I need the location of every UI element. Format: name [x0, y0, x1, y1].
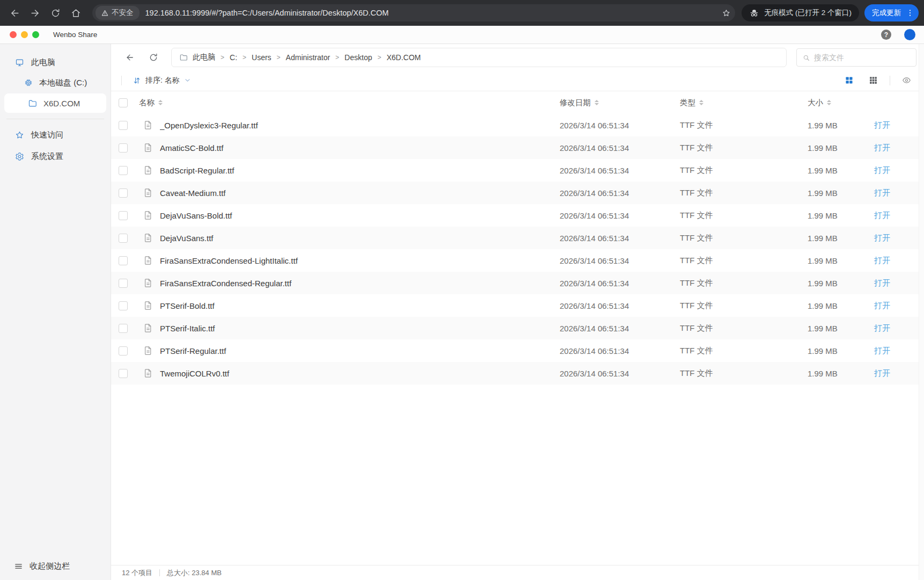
incognito-indicator[interactable]: 无痕模式 (已打开 2 个窗口) — [742, 4, 859, 21]
table-row[interactable]: DejaVuSans.ttf 2026/3/14 06:51:34 TTF 文件… — [111, 227, 924, 249]
table-row[interactable]: FiraSansExtraCondensed-Regular.ttf 2026/… — [111, 272, 924, 294]
row-checkbox[interactable] — [119, 121, 128, 130]
scrollbar[interactable] — [919, 44, 924, 580]
window-titlebar: Wenbo Share ? — [0, 26, 924, 44]
breadcrumb-segment[interactable]: Desktop — [344, 53, 372, 62]
sort-control[interactable]: 排序: 名称 — [133, 76, 191, 85]
table-row[interactable]: PTSerif-Bold.ttf 2026/3/14 06:51:34 TTF … — [111, 294, 924, 317]
open-button[interactable]: 打开 — [874, 323, 890, 332]
row-checkbox[interactable] — [119, 234, 128, 243]
row-checkbox[interactable] — [119, 324, 128, 333]
open-button[interactable]: 打开 — [874, 233, 890, 242]
open-button[interactable]: 打开 — [874, 165, 890, 175]
select-all-checkbox[interactable] — [119, 98, 128, 107]
table-row[interactable]: _OpenDyslexic3-Regular.ttf 2026/3/14 06:… — [111, 114, 924, 136]
url-text[interactable]: 192.168.0.11:9999/#/?path=C:/Users/Admin… — [145, 9, 722, 17]
sidebar-item-quick-access[interactable]: 快速访问 — [0, 124, 111, 146]
file-action-cell: 打开 — [874, 323, 923, 334]
table-row[interactable]: AmaticSC-Bold.ttf 2026/3/14 06:51:34 TTF… — [111, 136, 924, 159]
file-action-cell: 打开 — [874, 211, 923, 221]
close-window-button[interactable] — [10, 31, 17, 38]
sidebar-item-folder-selected[interactable]: X6D.COM — [4, 93, 106, 113]
table-row[interactable]: DejaVuSans-Bold.ttf 2026/3/14 06:51:34 T… — [111, 204, 924, 227]
search-icon — [802, 54, 810, 62]
row-checkbox[interactable] — [119, 256, 128, 265]
column-header-type[interactable]: 类型 — [680, 98, 808, 108]
browser-reload-button[interactable] — [46, 4, 64, 22]
eye-icon — [902, 76, 911, 85]
browser-forward-button[interactable] — [26, 4, 44, 22]
table-row[interactable]: PTSerif-Italic.ttf 2026/3/14 06:51:34 TT… — [111, 317, 924, 339]
browser-home-button[interactable] — [67, 4, 85, 22]
sort-carets-icon — [595, 100, 599, 105]
file-type: TTF 文件 — [680, 256, 808, 266]
sort-label: 排序: 名称 — [145, 76, 180, 85]
sidebar-item-local-disk[interactable]: 本地磁盘 (C:) — [0, 73, 111, 92]
open-button[interactable]: 打开 — [874, 301, 890, 310]
update-button[interactable]: 完成更新 — [864, 4, 919, 21]
security-chip[interactable]: 不安全 — [96, 6, 140, 20]
window-title: Wenbo Share — [53, 31, 97, 39]
help-button[interactable]: ? — [881, 30, 891, 40]
total-size: 总大小: 23.84 MB — [167, 568, 222, 578]
breadcrumb-segment[interactable]: C: — [230, 53, 237, 62]
address-bar[interactable]: 不安全 192.168.0.11:9999/#/?path=C:/Users/A… — [92, 4, 735, 21]
row-checkbox[interactable] — [119, 301, 128, 310]
table-row[interactable]: Caveat-Medium.ttf 2026/3/14 06:51:34 TTF… — [111, 182, 924, 204]
small-grid-view-button[interactable] — [869, 76, 878, 85]
open-button[interactable]: 打开 — [874, 256, 890, 265]
row-checkbox[interactable] — [119, 279, 128, 288]
open-button[interactable]: 打开 — [874, 120, 890, 129]
row-checkbox[interactable] — [119, 369, 128, 378]
open-button[interactable]: 打开 — [874, 211, 890, 220]
file-action-cell: 打开 — [874, 188, 923, 198]
open-button[interactable]: 打开 — [874, 346, 890, 355]
open-button[interactable]: 打开 — [874, 143, 890, 152]
breadcrumb-segment[interactable]: Administrator — [286, 53, 330, 62]
search-box[interactable] — [796, 48, 916, 67]
open-button[interactable]: 打开 — [874, 278, 890, 287]
column-header-date[interactable]: 修改日期 — [560, 98, 680, 108]
folder-icon — [179, 53, 188, 62]
reload-icon — [50, 8, 61, 18]
column-header-label: 修改日期 — [560, 98, 591, 108]
nav-back-button[interactable] — [125, 53, 135, 62]
column-header-name[interactable]: 名称 — [139, 98, 560, 108]
minimize-window-button[interactable] — [21, 31, 28, 38]
file-name: DejaVuSans-Bold.ttf — [160, 211, 560, 220]
row-checkbox[interactable] — [119, 211, 128, 220]
row-checkbox[interactable] — [119, 143, 128, 153]
row-checkbox[interactable] — [119, 189, 128, 198]
file-size: 1.99 MB — [808, 234, 874, 243]
preview-toggle-button[interactable] — [902, 76, 911, 85]
table-row[interactable]: FiraSansExtraCondensed-LightItalic.ttf 2… — [111, 249, 924, 272]
grid-view-button[interactable] — [845, 76, 854, 85]
zoom-window-button[interactable] — [32, 31, 39, 38]
file-action-cell: 打开 — [874, 256, 923, 266]
table-row[interactable]: TwemojiCOLRv0.ttf 2026/3/14 06:51:34 TTF… — [111, 362, 924, 385]
table-row[interactable]: PTSerif-Regular.ttf 2026/3/14 06:51:34 T… — [111, 339, 924, 362]
file-name: PTSerif-Italic.ttf — [160, 324, 560, 333]
search-input[interactable] — [814, 53, 911, 62]
update-label: 完成更新 — [872, 8, 901, 18]
avatar[interactable] — [904, 29, 915, 40]
file-action-cell: 打开 — [874, 346, 923, 356]
sidebar-item-settings[interactable]: 系统设置 — [0, 146, 111, 167]
refresh-button[interactable] — [149, 53, 158, 62]
breadcrumb-separator: > — [221, 54, 224, 61]
collapse-sidebar-button[interactable]: 收起侧边栏 — [0, 555, 111, 577]
breadcrumb-segment[interactable]: 此电脑 — [193, 53, 215, 62]
bookmark-button[interactable] — [722, 9, 731, 18]
open-button[interactable]: 打开 — [874, 188, 890, 197]
table-row[interactable]: BadScript-Regular.ttf 2026/3/14 06:51:34… — [111, 159, 924, 182]
breadcrumb-segment[interactable]: X6D.COM — [386, 53, 421, 62]
column-header-size[interactable]: 大小 — [808, 98, 874, 108]
sidebar-item-this-pc[interactable]: 此电脑 — [0, 52, 111, 73]
breadcrumb-segment[interactable]: Users — [252, 53, 272, 62]
open-button[interactable]: 打开 — [874, 368, 890, 378]
browser-back-button[interactable] — [5, 4, 24, 22]
sort-icon — [133, 76, 141, 85]
back-arrow-icon — [125, 53, 135, 62]
row-checkbox[interactable] — [119, 346, 128, 356]
row-checkbox[interactable] — [119, 166, 128, 175]
